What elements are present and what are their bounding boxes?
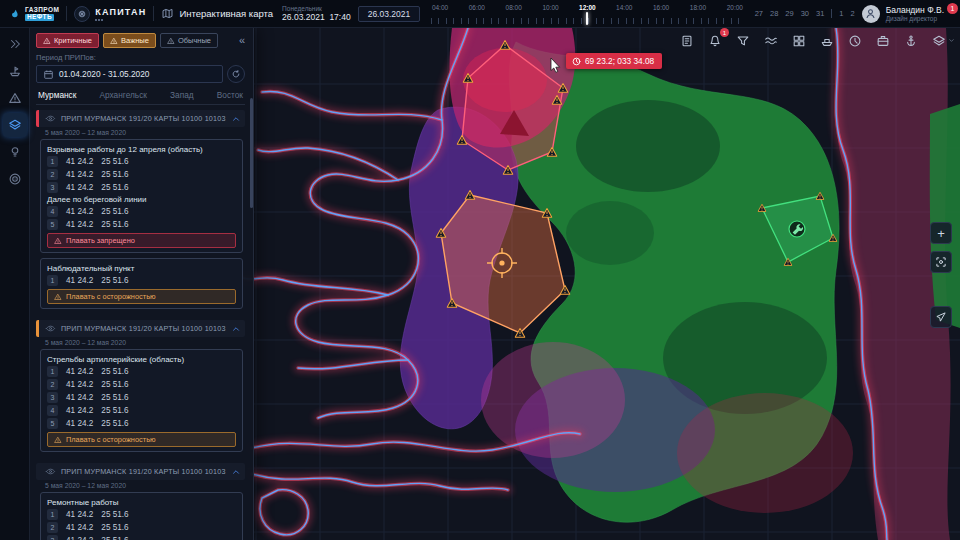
coordinate-lat: 41 24.2 [66, 157, 93, 166]
tool-badge: 1 [720, 28, 729, 37]
timeline-day[interactable]: 28 [770, 9, 778, 18]
prip-card-header[interactable]: ПРИП МУРМАНСК 191/20 КАРТЫ 10100 10103 [36, 320, 245, 337]
coordinate-index: 4 [47, 206, 58, 217]
tool-layers[interactable] [930, 32, 948, 50]
waves-icon [764, 34, 778, 48]
prip-card-header[interactable]: ПРИП МУРМАНСК 191/20 КАРТЫ 10100 10103 [36, 463, 245, 480]
coordinate-index: 2 [47, 169, 58, 180]
tool-documents[interactable] [678, 32, 696, 50]
bell-icon [708, 34, 722, 48]
prip-card: ПРИП МУРМАНСК 191/20 КАРТЫ 10100 101035 … [36, 463, 245, 540]
region-tab-1[interactable]: Архангельск [99, 90, 146, 100]
screenshot-button[interactable] [930, 251, 952, 273]
zoom-in-button[interactable]: + [930, 222, 952, 244]
tool-grid[interactable] [790, 32, 808, 50]
timeline-day[interactable]: 1 [831, 9, 843, 18]
forest-patch [576, 100, 720, 192]
timeline-day[interactable]: 29 [785, 9, 793, 18]
coordinate-lon: 25 51.6 [101, 157, 128, 166]
event-description: Взрывные работы до 12 апреля (область) [47, 145, 236, 154]
coordinate-row: 241 24.225 51.6 [47, 522, 236, 533]
divider [153, 6, 154, 21]
coordinate-lon: 25 51.6 [101, 380, 128, 389]
tool-vessels[interactable] [818, 32, 836, 50]
rail-alerts[interactable] [3, 86, 27, 110]
prip-card-header[interactable]: ПРИП МУРМАНСК 191/20 КАРТЫ 10100 10103 [36, 110, 245, 127]
filter-chips: КритичныеВажныеОбычные« [36, 33, 245, 48]
rail-ideas[interactable] [3, 140, 27, 164]
flame-icon [8, 7, 21, 20]
coordinate-lon: 25 51.6 [101, 419, 128, 428]
zone-magenta-south [481, 342, 625, 458]
rail-map-layers[interactable] [3, 113, 27, 137]
user-menu[interactable]: Баландин Ф.В. Дизайн директор [862, 5, 952, 23]
coordinate-index: 5 [47, 219, 58, 230]
visibility-icon[interactable] [45, 113, 56, 124]
event-description: Стрельбы артиллерийские (область) [47, 355, 236, 364]
coordinate-row: 141 24.225 51.6 [47, 366, 236, 377]
period-date-range-input[interactable]: 01.04.2020 - 31.05.2020 [36, 65, 223, 83]
region-tab-3[interactable]: Восток [217, 90, 243, 100]
user-name: Баландин Ф.В. [886, 5, 944, 15]
visibility-icon[interactable] [45, 323, 56, 334]
tool-time[interactable] [846, 32, 864, 50]
coordinate-lon: 25 51.6 [101, 510, 128, 519]
tool-cargo[interactable] [874, 32, 892, 50]
chevron-up-icon[interactable] [231, 324, 241, 334]
locate-arrow-icon [935, 311, 947, 323]
coordinate-lon: 25 51.6 [101, 523, 128, 532]
timeline-current-marker[interactable] [586, 12, 588, 25]
coordinate-lon: 25 51.6 [101, 393, 128, 402]
current-date: 26.03.2021 [282, 12, 325, 22]
coordinate-lat: 41 24.2 [66, 419, 93, 428]
coordinate-row: 241 24.225 51.6 [47, 379, 236, 390]
timeline-date-box[interactable]: 26.03.2021 [358, 6, 421, 22]
filter-chip-label: Важные [121, 36, 149, 45]
timeline-time: 16:00 [653, 4, 669, 11]
panel-scrollbar[interactable] [250, 98, 253, 208]
app: { "topbar": { "brand": {"company_top": "… [0, 0, 960, 540]
map-icon [161, 7, 174, 20]
filter-chip-critical[interactable]: Критичные [36, 33, 99, 48]
tool-notifications[interactable]: 1 [706, 32, 724, 50]
rail-radar[interactable] [3, 167, 27, 191]
tool-routes[interactable] [762, 32, 780, 50]
warning-icon [43, 37, 51, 45]
visibility-icon[interactable] [45, 466, 56, 477]
region-tab-0[interactable]: Мурманск [38, 90, 76, 100]
notification-badge[interactable]: 1 [947, 3, 958, 14]
coordinate-lat: 41 24.2 [66, 393, 93, 402]
tool-filters[interactable] [734, 32, 752, 50]
coordinate-lon: 25 51.6 [101, 183, 128, 192]
timeline-day[interactable]: 31 [816, 9, 824, 18]
wrench-icon[interactable] [789, 221, 805, 237]
refresh-button[interactable] [227, 65, 245, 83]
tab-interactive-map[interactable]: Интерактивная карта [161, 7, 273, 20]
timeline-day[interactable]: 27 [755, 9, 763, 18]
coordinate-row: 341 24.225 51.6 [47, 535, 236, 540]
company-name-top: ГАЗПРОМ [25, 6, 59, 13]
prip-card: ПРИП МУРМАНСК 191/20 КАРТЫ 10100 101035 … [36, 110, 245, 314]
coordinate-row: 441 24.225 51.6 [47, 405, 236, 416]
coordinate-index: 3 [47, 535, 58, 540]
timeline-day[interactable]: 30 [801, 9, 809, 18]
chevron-down-icon [948, 37, 955, 44]
vessel-icon [820, 34, 834, 48]
prip-event-box: Ремонтные работы141 24.225 51.6241 24.22… [40, 492, 243, 540]
layers-icon [932, 34, 946, 48]
filter-chip-normal[interactable]: Обычные [160, 33, 218, 48]
locate-button[interactable] [930, 306, 952, 328]
timeline-ruler[interactable]: 04:0006:0008:0010:0012:0014:0016:0018:00… [427, 1, 747, 27]
collapse-panel-button[interactable]: « [239, 35, 245, 46]
filter-chip-important[interactable]: Важные [103, 33, 156, 48]
warning-icon [54, 293, 62, 301]
rail-fleet[interactable] [3, 59, 27, 83]
chevron-up-icon[interactable] [231, 114, 241, 124]
coordinate-row: 441 24.225 51.6 [47, 206, 236, 217]
tool-anchorages[interactable] [902, 32, 920, 50]
chevron-up-icon[interactable] [231, 467, 241, 477]
rail-expand[interactable] [3, 32, 27, 56]
coordinate-index: 2 [47, 379, 58, 390]
timeline-day[interactable]: 2 [851, 9, 855, 18]
region-tab-2[interactable]: Запад [170, 90, 194, 100]
